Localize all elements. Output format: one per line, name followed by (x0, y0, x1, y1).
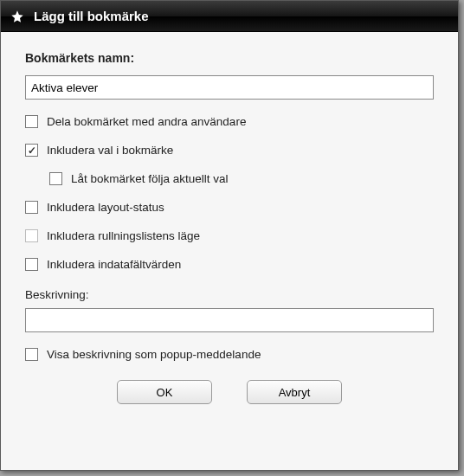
share-label: Dela bokmärket med andra användare (47, 115, 246, 128)
share-row: Dela bokmärket med andra användare (25, 115, 434, 128)
dialog-title: Lägg till bokmärke (34, 9, 149, 23)
share-checkbox[interactable] (25, 115, 38, 128)
name-label: Bokmärkets namn: (25, 51, 434, 65)
include-layout-checkbox[interactable] (25, 201, 38, 214)
include-scroll-row: Inkludera rullningslistens läge (25, 229, 434, 242)
cancel-button[interactable]: Avbryt (247, 380, 342, 404)
include-scroll-label: Inkludera rullningslistens läge (47, 229, 200, 242)
include-layout-label: Inkludera layout-status (47, 201, 164, 214)
include-selection-label: Inkludera val i bokmärke (47, 144, 173, 157)
name-input[interactable] (25, 75, 434, 100)
include-layout-row: Inkludera layout-status (25, 201, 434, 214)
include-input-row: Inkludera indatafältvärden (25, 258, 434, 271)
include-input-label: Inkludera indatafältvärden (47, 258, 181, 271)
dialog-body: Bokmärkets namn: Dela bokmärket med andr… (1, 32, 458, 470)
description-label: Beskrivning: (25, 288, 434, 301)
popup-label: Visa beskrivning som popup-meddelande (47, 348, 261, 361)
follow-selection-row: Låt bokmärket följa aktuellt val (49, 172, 434, 185)
follow-selection-checkbox[interactable] (49, 172, 62, 185)
add-bookmark-dialog: Lägg till bokmärke Bokmärkets namn: Dela… (0, 0, 459, 471)
include-scroll-checkbox[interactable] (25, 229, 38, 242)
name-input-wrapper (25, 75, 434, 100)
popup-row: Visa beskrivning som popup-meddelande (25, 348, 434, 361)
include-selection-checkbox[interactable] (25, 144, 38, 157)
description-input[interactable] (25, 308, 434, 332)
star-icon (10, 9, 25, 24)
follow-selection-label: Låt bokmärket följa aktuellt val (71, 172, 229, 185)
include-selection-row: Inkludera val i bokmärke (25, 144, 434, 157)
popup-checkbox[interactable] (25, 348, 38, 361)
description-block: Beskrivning: (25, 288, 434, 332)
button-row: OK Avbryt (25, 380, 434, 404)
dialog-titlebar: Lägg till bokmärke (1, 1, 458, 32)
ok-button[interactable]: OK (117, 380, 212, 404)
include-input-checkbox[interactable] (25, 258, 38, 271)
